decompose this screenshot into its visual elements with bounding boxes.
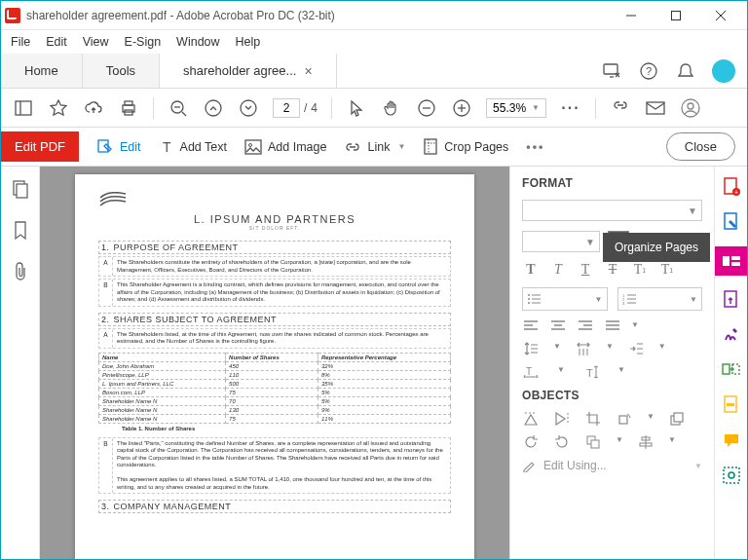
tab-tools[interactable]: Tools xyxy=(83,54,160,88)
menu-file[interactable]: File xyxy=(11,35,30,49)
subscript-icon[interactable]: T1 xyxy=(658,262,676,278)
bold-icon[interactable]: T xyxy=(522,262,540,278)
star-icon[interactable] xyxy=(48,97,69,119)
hand-icon[interactable] xyxy=(381,97,402,119)
section-2a: AThe Shareholders listed, at the time of… xyxy=(98,328,451,349)
italic-icon[interactable]: T xyxy=(549,262,567,278)
print-icon[interactable] xyxy=(118,97,139,119)
number-list-select[interactable]: 123▼ xyxy=(617,287,703,311)
bullet-list-select[interactable]: ▼ xyxy=(522,287,608,311)
page-current-input[interactable] xyxy=(273,98,300,118)
fill-sign-icon[interactable] xyxy=(721,324,742,346)
link-share-icon[interactable] xyxy=(610,97,631,119)
close-edit-button[interactable]: Close xyxy=(666,132,735,161)
svg-text:T: T xyxy=(163,139,171,155)
menu-esign[interactable]: E-Sign xyxy=(125,35,162,49)
menu-window[interactable]: Window xyxy=(176,35,219,49)
close-window-button[interactable] xyxy=(698,2,743,29)
letter-spacing-icon[interactable] xyxy=(575,342,592,355)
svg-rect-73 xyxy=(591,440,599,448)
add-text-icon: T xyxy=(159,139,174,155)
flip-v-icon[interactable] xyxy=(522,412,540,426)
align-right-icon[interactable] xyxy=(577,320,594,332)
thumbnails-icon[interactable] xyxy=(12,180,29,200)
export-pdf-icon[interactable] xyxy=(721,289,742,311)
comment-icon[interactable] xyxy=(721,429,742,451)
rotate-cw-icon[interactable] xyxy=(553,435,571,449)
page-total: 4 xyxy=(311,101,318,115)
crop-icon xyxy=(423,138,438,156)
sidebar-toggle-icon[interactable] xyxy=(13,97,34,119)
format-heading: FORMAT xyxy=(522,176,702,190)
pencil-icon xyxy=(522,459,536,472)
arrange-icon[interactable] xyxy=(584,435,602,449)
indent-icon[interactable] xyxy=(627,342,645,355)
more-tools-icon[interactable] xyxy=(721,465,742,486)
crop-obj-icon[interactable] xyxy=(584,412,602,426)
user-avatar[interactable] xyxy=(712,59,735,83)
share-screen-icon[interactable] xyxy=(601,60,622,82)
rotate-icon[interactable] xyxy=(616,412,633,426)
svg-rect-7 xyxy=(16,101,31,115)
shares-table: NameNumber of SharesRepresentative Perce… xyxy=(98,353,451,424)
strikethrough-icon[interactable]: T xyxy=(604,262,621,278)
align-left-icon[interactable] xyxy=(522,320,540,332)
add-image-button[interactable]: Add Image xyxy=(244,139,326,155)
menu-help[interactable]: Help xyxy=(236,35,261,49)
line-spacing-icon[interactable] xyxy=(522,342,540,355)
add-text-button[interactable]: T Add Text xyxy=(159,139,227,155)
font-size-select[interactable]: ▼ xyxy=(522,231,600,252)
document-viewport[interactable]: L. IPSUM AND PARTNERS SIT DOLOR EFT. 1.P… xyxy=(40,167,509,560)
organize-pages-icon[interactable] xyxy=(721,359,742,381)
minimize-button[interactable] xyxy=(609,2,654,29)
table-row: Boson.com, LLP755% xyxy=(99,388,451,396)
bookmark-icon[interactable] xyxy=(14,221,27,241)
superscript-icon[interactable]: T1 xyxy=(631,262,649,278)
zoom-select[interactable]: 55.3%▼ xyxy=(486,98,546,118)
menu-edit[interactable]: Edit xyxy=(46,35,67,49)
redact-icon[interactable] xyxy=(721,394,742,416)
zoom-out-icon[interactable] xyxy=(168,97,189,119)
zoom-in-icon[interactable] xyxy=(451,97,472,119)
table-row: Doe, John Abraham45032% xyxy=(99,361,451,370)
zoom-out2-icon[interactable] xyxy=(416,97,437,119)
replace-icon[interactable] xyxy=(668,412,686,426)
edit-using-button[interactable]: Edit Using...▼ xyxy=(522,459,702,472)
crop-button[interactable]: Crop Pages xyxy=(423,138,508,156)
active-tool-icon[interactable] xyxy=(715,246,748,276)
svg-rect-10 xyxy=(125,101,132,105)
flip-h-icon[interactable] xyxy=(553,412,571,426)
attachment-icon[interactable] xyxy=(13,262,28,281)
profile-icon[interactable] xyxy=(680,97,701,119)
panel-collapse-button[interactable]: ▶ xyxy=(509,354,510,373)
help-icon[interactable]: ? xyxy=(638,60,659,82)
prev-page-icon[interactable] xyxy=(203,97,224,119)
underline-icon[interactable]: T xyxy=(577,262,594,278)
align-justify-icon[interactable] xyxy=(604,320,621,332)
menu-view[interactable]: View xyxy=(83,35,109,49)
cloud-upload-icon[interactable] xyxy=(83,97,104,119)
pointer-icon[interactable] xyxy=(346,97,367,119)
tab-close-button[interactable]: × xyxy=(304,63,312,79)
link-button[interactable]: Link▼ xyxy=(344,140,405,154)
rotate-ccw-icon[interactable] xyxy=(522,435,540,449)
table-row: Pintelliscope, LLP1108% xyxy=(99,370,451,379)
font-family-select[interactable]: ▼ xyxy=(522,200,702,221)
email-icon[interactable] xyxy=(645,97,666,119)
edit-button[interactable]: Edit xyxy=(96,138,141,156)
svg-point-24 xyxy=(688,103,693,109)
height-scale-icon[interactable]: T xyxy=(582,365,600,379)
edit-more-button[interactable]: ••• xyxy=(526,140,544,154)
notification-bell-icon[interactable] xyxy=(675,60,696,82)
toolbar-more-icon[interactable]: ··· xyxy=(560,97,581,119)
tab-document[interactable]: shareholder agree... × xyxy=(160,54,337,88)
tab-home[interactable]: Home xyxy=(1,54,83,88)
align-center-icon[interactable] xyxy=(549,320,567,332)
edit-pdf-rail-icon[interactable] xyxy=(721,211,742,233)
maximize-button[interactable] xyxy=(654,2,698,29)
next-page-icon[interactable] xyxy=(238,97,259,119)
width-scale-icon[interactable]: T xyxy=(522,365,540,379)
create-pdf-icon[interactable]: + xyxy=(721,176,742,198)
align-obj-icon[interactable] xyxy=(637,435,654,449)
svg-rect-31 xyxy=(17,184,27,198)
